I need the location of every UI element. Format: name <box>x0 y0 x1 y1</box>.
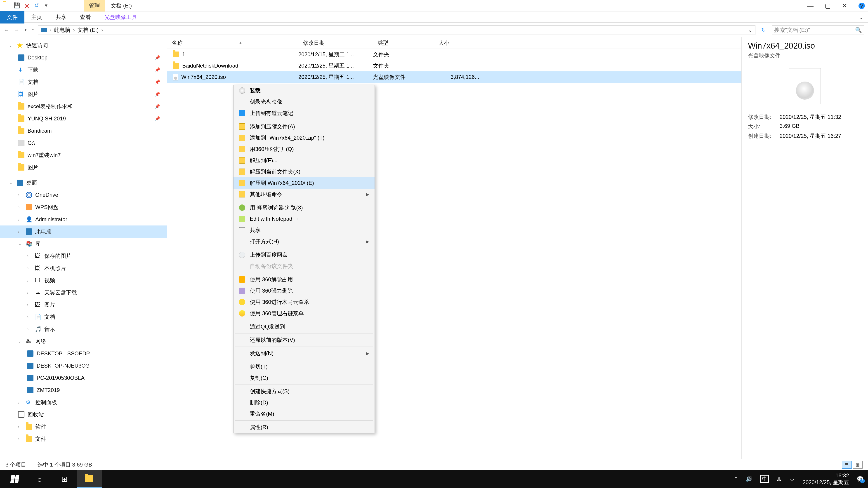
title-tab-manage[interactable]: 管理 <box>84 0 105 11</box>
file-row[interactable]: 1 2020/12/15, 星期二 1... 文件夹 <box>167 49 741 60</box>
ctx-360-scan[interactable]: 使用 360进行木马云查杀 <box>234 296 375 308</box>
ctx-delete[interactable]: 删除(D) <box>234 397 375 408</box>
ctx-open-with[interactable]: 打开方式(H)▶ <box>234 236 375 247</box>
ctx-create-shortcut[interactable]: 创建快捷方式(S) <box>234 386 375 397</box>
nav-bandicam[interactable]: Bandicam <box>0 125 167 137</box>
help-icon[interactable]: ? <box>859 3 865 9</box>
nav-net2[interactable]: DESKTOP-NJEU3CG <box>0 360 167 372</box>
ribbon-tab-home[interactable]: 主页 <box>24 11 49 24</box>
nav-admin[interactable]: ›👤Administrator <box>0 213 167 225</box>
ctx-honey-browse[interactable]: 用 蜂蜜浏览器 浏览(3) <box>234 202 375 213</box>
ctx-restore-previous[interactable]: 还原以前的版本(V) <box>234 334 375 346</box>
ctx-mount[interactable]: 装载 <box>234 85 375 96</box>
nav-documents2[interactable]: ›📄文档 <box>0 311 167 323</box>
taskbar-explorer[interactable] <box>77 470 102 488</box>
start-button[interactable] <box>2 470 27 488</box>
nav-documents[interactable]: 📄文档📌 <box>0 76 167 88</box>
file-row-selected[interactable]: Win7x64_2020.iso 2020/12/25, 星期五 1... 光盘… <box>167 71 741 83</box>
tray-overflow-icon[interactable]: ⌃ <box>734 476 738 482</box>
ctx-rename[interactable]: 重命名(M) <box>234 408 375 420</box>
nav-history-button[interactable]: ▾ <box>24 27 27 33</box>
nav-gdrive[interactable]: G:\ <box>0 137 167 149</box>
ctx-send-to[interactable]: 发送到(N)▶ <box>234 348 375 359</box>
nav-excel[interactable]: excel表格制作求和📌 <box>0 100 167 112</box>
nav-thispc[interactable]: ›此电脑 <box>0 225 167 238</box>
ctx-360-manager[interactable]: 使用 360管理右键菜单 <box>234 308 375 319</box>
nav-network[interactable]: ⌄🖧网络 <box>0 335 167 348</box>
nav-net1[interactable]: DESKTOP-LSSOEDP <box>0 348 167 360</box>
nav-pictures[interactable]: 🖼图片📌 <box>0 88 167 100</box>
tray-security-icon[interactable]: 🛡 <box>789 476 795 482</box>
ctx-properties[interactable]: 属性(R) <box>234 422 375 433</box>
save-icon[interactable]: 💾 <box>13 2 21 9</box>
ctx-extract-here[interactable]: 解压到当前文件夹(X) <box>234 166 375 177</box>
ctx-baidu[interactable]: 上传到百度网盘 <box>234 249 375 260</box>
view-details-button[interactable]: ☰ <box>842 461 852 468</box>
ctx-extract-named[interactable]: 解压到 Win7x64_2020\ (E) <box>234 177 375 189</box>
nav-up-button[interactable]: ↑ <box>32 27 34 33</box>
nav-saved-pics[interactable]: ›🖼保存的图片 <box>0 250 167 262</box>
nav-net4[interactable]: ZMT2019 <box>0 384 167 396</box>
ctx-qq-send[interactable]: 通过QQ发送到 <box>234 321 375 332</box>
tray-network-icon[interactable]: 🖧 <box>776 476 782 482</box>
breadcrumb-folder[interactable]: 文档 (E:) <box>78 26 98 34</box>
breadcrumb-root[interactable]: 此电脑 <box>54 26 70 34</box>
ribbon-tab-share[interactable]: 共享 <box>49 11 73 24</box>
ribbon-tab-disctools[interactable]: 光盘映像工具 <box>98 11 144 24</box>
ctx-360-force-delete[interactable]: 使用 360强力删除 <box>234 285 375 296</box>
tray-notification-icon[interactable]: 💬 <box>857 476 864 482</box>
nav-onedrive[interactable]: ›OneDrive <box>0 189 167 201</box>
search-input[interactable]: 搜索"文档 (E:)" 🔍 <box>772 25 864 35</box>
nav-camera-roll[interactable]: ›🖼本机照片 <box>0 262 167 274</box>
file-row[interactable]: BaiduNetdiskDownload 2020/12/25, 星期五 1..… <box>167 60 741 71</box>
address-dropdown-icon[interactable]: ⌄ <box>748 27 752 33</box>
close-button[interactable]: ✕ <box>842 2 847 9</box>
address-bar[interactable]: › 此电脑 › 文档 (E:) › ⌄ <box>38 25 755 35</box>
col-name[interactable]: 名称▲ <box>167 39 298 46</box>
ctx-cut[interactable]: 剪切(T) <box>234 361 375 372</box>
ctx-add-archive[interactable]: 添加到压缩文件(A)... <box>234 121 375 132</box>
col-size[interactable]: 大小 <box>434 39 484 46</box>
qat-dropdown-icon[interactable]: ▾ <box>45 2 52 9</box>
maximize-button[interactable]: ▢ <box>825 2 831 9</box>
nav-software[interactable]: ›软件 <box>0 421 167 433</box>
tray-ime[interactable]: 中 <box>760 475 769 483</box>
nav-back-button[interactable]: ← <box>4 27 9 33</box>
nav-pictures2[interactable]: 图片 <box>0 161 167 173</box>
ctx-edit-npp[interactable]: Edit with Notepad++ <box>234 213 375 225</box>
nav-recycle[interactable]: 回收站 <box>0 409 167 421</box>
tray-volume-icon[interactable]: 🔊 <box>746 476 752 482</box>
search-icon[interactable]: 🔍 <box>855 27 862 33</box>
nav-libraries[interactable]: ⌄📚库 <box>0 238 167 250</box>
ctx-share[interactable]: 共享 <box>234 225 375 236</box>
nav-quick-access[interactable]: ⌄快速访问 <box>0 39 167 52</box>
view-icons-button[interactable]: ▦ <box>852 461 863 468</box>
refresh-button[interactable]: ↻ <box>759 27 768 33</box>
nav-files[interactable]: ›文件 <box>0 433 167 445</box>
nav-pictures3[interactable]: ›🖼图片 <box>0 299 167 311</box>
nav-yunqishi[interactable]: YUNQISHI2019📌 <box>0 112 167 125</box>
nav-desktop[interactable]: Desktop📌 <box>0 52 167 64</box>
nav-music[interactable]: ›🎵音乐 <box>0 323 167 335</box>
col-type[interactable]: 类型 <box>373 39 434 46</box>
nav-ctrlpanel[interactable]: ›⚙控制面板 <box>0 396 167 409</box>
ctx-youdao[interactable]: 上传到有道云笔记 <box>234 107 375 119</box>
ribbon-expand-icon[interactable]: ⌄ <box>859 14 868 20</box>
ctx-copy[interactable]: 复制(C) <box>234 372 375 384</box>
nav-videos[interactable]: ›🎞视频 <box>0 274 167 287</box>
nav-downloads[interactable]: ⬇下载📌 <box>0 64 167 76</box>
nav-desktop-root[interactable]: ⌄桌面 <box>0 177 167 189</box>
ctx-360-unlock[interactable]: 使用 360解除占用 <box>234 274 375 285</box>
ctx-other-archive[interactable]: 其他压缩命令▶ <box>234 189 375 200</box>
undo-icon[interactable]: ↺ <box>34 2 41 9</box>
nav-net3[interactable]: PC-20190530OBLA <box>0 372 167 384</box>
nav-tianyi[interactable]: ›☁天翼云盘下载 <box>0 287 167 299</box>
minimize-button[interactable]: — <box>807 2 813 9</box>
ctx-open-360zip[interactable]: 用360压缩打开(Q) <box>234 143 375 155</box>
nav-forward-button[interactable]: → <box>14 27 20 33</box>
ctx-extract-to[interactable]: 解压到(F)... <box>234 155 375 166</box>
ctx-add-zip[interactable]: 添加到 "Win7x64_2020.zip" (T) <box>234 132 375 143</box>
chevron-right-icon[interactable]: › <box>73 27 75 33</box>
taskbar-search[interactable]: ⌕ <box>27 470 52 488</box>
nav-wps[interactable]: ›WPS网盘 <box>0 201 167 213</box>
